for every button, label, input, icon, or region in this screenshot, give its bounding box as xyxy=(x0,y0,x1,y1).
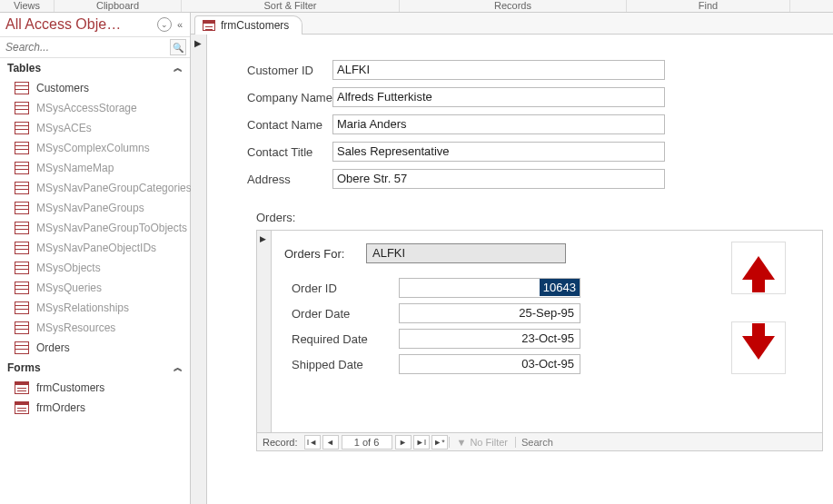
ribbon-group-label: Records xyxy=(400,0,627,12)
input-company-name[interactable]: Alfreds Futterkiste xyxy=(332,87,665,107)
input-contact-title[interactable]: Sales Representative xyxy=(332,142,665,162)
input-order-id[interactable]: 10643 xyxy=(399,278,580,298)
orders-section-label: Orders: xyxy=(256,211,833,224)
nav-section-title: Tables xyxy=(7,62,41,74)
recordnav-filter[interactable]: ▼ No Filter xyxy=(449,437,515,448)
next-record-button[interactable] xyxy=(731,321,786,374)
label-required-date: Required Date xyxy=(284,332,399,346)
nav-item-label: MSysACEs xyxy=(36,122,92,134)
label-contact-title: Contact Title xyxy=(214,145,332,159)
label-orders-for: Orders For: xyxy=(284,247,366,261)
nav-item-label: frmCustomers xyxy=(36,381,104,394)
nav-item-label: MSysObjects xyxy=(36,262,101,274)
nav-item-label: MSysResources xyxy=(36,321,115,334)
form-icon xyxy=(203,20,215,31)
tab-strip: frmCustomers xyxy=(191,13,833,35)
input-contact-name[interactable]: Maria Anders xyxy=(332,114,665,134)
nav-section-header-forms[interactable]: Forms︽ xyxy=(0,358,190,378)
recordnav-first-button[interactable]: I◄ xyxy=(304,435,321,450)
nav-item-msysnavpanegroupcategories[interactable]: MSysNavPaneGroupCategories xyxy=(0,178,190,198)
nav-search: 🔍 xyxy=(0,37,190,58)
label-order-date: Order Date xyxy=(284,307,399,321)
recordnav-next-button[interactable]: ► xyxy=(395,435,412,450)
label-company-name: Company Name xyxy=(214,91,332,104)
nav-section-header-tables[interactable]: Tables︽ xyxy=(0,58,190,78)
form-icon xyxy=(15,381,29,394)
form-icon xyxy=(15,401,29,414)
nav-item-msysqueries[interactable]: MSysQueries xyxy=(0,278,190,298)
recordnav-new-button[interactable]: ►* xyxy=(431,435,448,450)
recordnav-label: Record: xyxy=(257,437,303,448)
record-selector[interactable]: ▶ xyxy=(191,35,207,504)
recordnav-search xyxy=(515,437,822,448)
recordnav-prev-button[interactable]: ◄ xyxy=(322,435,339,450)
nav-item-msysresources[interactable]: MSysResources xyxy=(0,318,190,338)
label-contact-name: Contact Name xyxy=(214,118,332,132)
ribbon-group-label: Sort & Filter xyxy=(182,0,400,12)
nav-header: All Access Obje… ⌄ « xyxy=(0,13,190,37)
nav-item-msysnavpanegroups[interactable]: MSysNavPaneGroups xyxy=(0,198,190,218)
table-icon xyxy=(15,82,29,94)
label-order-id: Order ID xyxy=(284,282,399,295)
collapse-icon: ︽ xyxy=(174,361,183,374)
form-area: frmCustomers ▶ Customer ID ALFKI Company… xyxy=(191,13,833,504)
nav-section-title: Forms xyxy=(7,361,41,374)
table-icon xyxy=(15,162,29,174)
nav-item-frmorders[interactable]: frmOrders xyxy=(0,398,190,418)
nav-item-msysaces[interactable]: MSysACEs xyxy=(0,118,190,138)
nav-item-msysaccessstorage[interactable]: MSysAccessStorage xyxy=(0,98,190,118)
current-record-marker-icon: ▶ xyxy=(194,38,202,48)
nav-collapse-icon[interactable]: « xyxy=(175,19,184,30)
previous-record-button[interactable] xyxy=(731,242,786,294)
collapse-icon: ︽ xyxy=(174,62,183,74)
arrow-up-icon xyxy=(742,256,775,280)
search-icon[interactable]: 🔍 xyxy=(170,39,186,55)
table-icon xyxy=(15,282,29,294)
tab-title: frmCustomers xyxy=(221,19,289,32)
label-customer-id: Customer ID xyxy=(214,64,332,77)
nav-item-label: MSysQueries xyxy=(36,282,102,294)
subform-record-selector[interactable]: ▶ xyxy=(257,231,272,432)
form-content: Customer ID ALFKI Company Name Alfreds F… xyxy=(214,44,833,451)
table-icon xyxy=(15,301,29,314)
nav-item-orders[interactable]: Orders xyxy=(0,338,190,358)
ribbon-group-label: Views xyxy=(0,0,55,12)
navigation-pane: All Access Obje… ⌄ « 🔍 Tables︽CustomersM… xyxy=(0,13,191,504)
orders-subform: ▶ Orders For: ALFKI Order ID 10643 Order… xyxy=(256,230,823,451)
input-customer-id[interactable]: ALFKI xyxy=(332,60,665,80)
nav-item-label: MSysNavPaneObjectIDs xyxy=(36,242,156,254)
table-icon xyxy=(15,222,29,234)
table-icon xyxy=(15,341,29,354)
table-icon xyxy=(15,102,29,114)
label-shipped-date: Shipped Date xyxy=(284,358,399,371)
nav-item-msysrelationships[interactable]: MSysRelationships xyxy=(0,298,190,318)
input-shipped-date[interactable]: 03-Oct-95 xyxy=(399,354,580,374)
recordnav-search-input[interactable] xyxy=(521,437,817,448)
input-required-date[interactable]: 23-Oct-95 xyxy=(399,329,580,349)
nav-item-frmcustomers[interactable]: frmCustomers xyxy=(0,378,190,398)
nav-item-label: MSysNavPaneGroupCategories xyxy=(36,182,192,194)
nav-item-msyscomplexcolumns[interactable]: MSysComplexColumns xyxy=(0,138,190,158)
input-order-date[interactable]: 25-Sep-95 xyxy=(399,303,580,323)
input-orders-for[interactable]: ALFKI xyxy=(366,243,566,263)
nav-item-label: Customers xyxy=(36,82,89,94)
nav-item-label: MSysNameMap xyxy=(36,162,114,174)
nav-item-msysnavpaneobjectids[interactable]: MSysNavPaneObjectIDs xyxy=(0,238,190,258)
nav-item-msysnamemap[interactable]: MSysNameMap xyxy=(0,158,190,178)
ribbon-group-label: Find xyxy=(627,0,790,12)
nav-search-input[interactable] xyxy=(4,39,170,55)
table-icon xyxy=(15,122,29,134)
nav-item-msysnavpanegrouptoobjects[interactable]: MSysNavPaneGroupToObjects xyxy=(0,218,190,238)
nav-title[interactable]: All Access Obje… xyxy=(5,16,157,33)
input-address[interactable]: Obere Str. 57 xyxy=(332,169,665,189)
table-icon xyxy=(15,142,29,154)
nav-item-label: MSysComplexColumns xyxy=(36,142,150,154)
recordnav-counter[interactable]: 1 of 6 xyxy=(342,435,392,450)
nav-item-customers[interactable]: Customers xyxy=(0,78,190,98)
nav-item-msysobjects[interactable]: MSysObjects xyxy=(0,258,190,278)
nav-item-label: MSysRelationships xyxy=(36,301,129,314)
table-icon xyxy=(15,262,29,274)
nav-menu-dropdown-icon[interactable]: ⌄ xyxy=(157,17,172,32)
tab-frmcustomers[interactable]: frmCustomers xyxy=(194,15,302,35)
recordnav-last-button[interactable]: ►I xyxy=(413,435,430,450)
